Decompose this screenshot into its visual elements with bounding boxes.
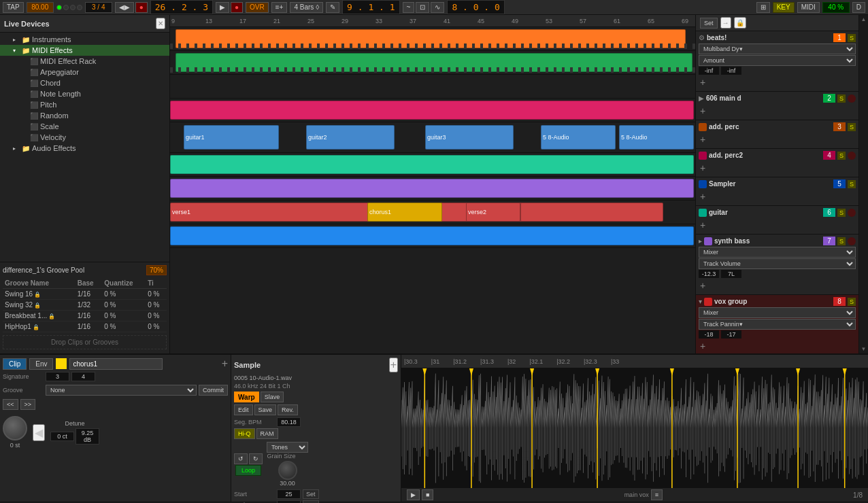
sidebar-item-audio-effects[interactable]: ▸📁Audio Effects xyxy=(0,143,169,154)
mixer-record-btn-1[interactable] xyxy=(848,94,856,103)
track-row-main-vox[interactable] xyxy=(170,224,695,248)
mixer-solo-btn-6[interactable]: S xyxy=(837,237,846,245)
time-sig-display[interactable]: 3 / 4 xyxy=(85,2,112,13)
mixer-record-btn-6[interactable] xyxy=(848,237,856,245)
clip-name-input[interactable] xyxy=(69,358,163,370)
end-set-btn[interactable]: Set xyxy=(303,500,319,503)
mixer-collapse-icon-6[interactable]: ▸ xyxy=(699,237,702,245)
tab-envelope[interactable]: Env xyxy=(29,358,53,370)
pencil-btn[interactable]: ✎ xyxy=(326,2,339,13)
reverse-btn[interactable]: ◀ xyxy=(33,424,45,441)
mixer-record-btn-3[interactable] xyxy=(848,152,856,160)
clip-5-0[interactable] xyxy=(170,155,694,173)
detune-db[interactable]: 9.25 dB xyxy=(76,428,99,445)
mixer-val2-7[interactable]: -17 xyxy=(721,330,741,339)
start-val[interactable]: 25 xyxy=(277,489,301,499)
sidebar-item-pitch[interactable]: ⬛Pitch xyxy=(0,99,169,110)
sidebar-item-arpeggiator[interactable]: ⬛Arpeggiator xyxy=(0,67,169,77)
hi-q-btn[interactable]: Hi-Q xyxy=(234,428,255,439)
track-content-6[interactable] xyxy=(170,177,695,200)
mixer-lock-btn[interactable]: 🔒 xyxy=(734,17,746,29)
position-display[interactable]: 26 . 2 . 3 xyxy=(150,0,213,14)
track-row-guitar[interactable] xyxy=(170,153,695,177)
mixer-solo-btn-3[interactable]: S xyxy=(837,152,846,160)
tree-arrow-0[interactable]: ▸ xyxy=(13,37,20,43)
tree-arrow-10[interactable]: ▸ xyxy=(13,145,20,152)
track-row-add.-perc[interactable] xyxy=(170,75,695,99)
mixer-val2-0[interactable]: -inf xyxy=(721,67,741,75)
tree-arrow-1[interactable]: ▾ xyxy=(13,48,20,54)
end-val[interactable]: 34 xyxy=(277,500,301,503)
clip-4-0[interactable]: guitar1 xyxy=(184,125,279,149)
tones-select[interactable]: Tones Texture Re-Pitch xyxy=(267,442,308,453)
mixer-track-num-3[interactable]: 4 xyxy=(823,151,835,160)
slave-btn[interactable]: Slave xyxy=(261,392,284,402)
clip-4-4[interactable]: 5 8-Audio xyxy=(619,125,694,149)
waveform-stop-btn[interactable]: ■ xyxy=(422,489,433,500)
clip-7-1[interactable]: chorus1 xyxy=(367,203,442,221)
clip-7-2[interactable]: verse2 xyxy=(466,203,520,221)
rev-btn[interactable]: Rev. xyxy=(278,404,298,415)
clip-4-2[interactable]: guitar3 xyxy=(425,125,514,149)
bars-btn[interactable]: 4 Bars ◊ xyxy=(290,2,323,13)
pin-btn[interactable]: ⊞ xyxy=(756,2,770,13)
mixer-device-select-7[interactable]: Mixer xyxy=(699,307,856,318)
tap-button[interactable]: TAP xyxy=(3,2,24,13)
mixer-track-num-2[interactable]: 3 xyxy=(833,122,846,131)
track-content-5[interactable] xyxy=(170,153,695,176)
arrange-btn-1[interactable]: ~ xyxy=(403,2,415,13)
mixer-val2-6[interactable]: 7L xyxy=(721,270,741,278)
arrange-btn-3[interactable]: ∿ xyxy=(431,2,444,13)
mixer-record-btn-5[interactable] xyxy=(848,209,856,217)
loop-btn[interactable]: Loop xyxy=(235,465,261,476)
mixer-param-select-6[interactable]: Track Volume xyxy=(699,258,856,269)
mixer-add-btn-7[interactable]: + xyxy=(699,339,707,353)
mixer-add-btn-3[interactable]: + xyxy=(699,161,707,175)
ovr-btn[interactable]: OVR xyxy=(246,2,269,13)
mixer-val1-6[interactable]: -12.3 xyxy=(699,270,719,278)
waveform-area[interactable] xyxy=(401,368,868,488)
track-row-vox-group[interactable]: verse1chorus1verse2 xyxy=(170,201,695,224)
sidebar-item-midi-effect-rack[interactable]: ⬛MIDI Effect Rack xyxy=(0,56,169,67)
mixer-solo-btn-1[interactable]: S xyxy=(837,94,846,103)
warp-btn[interactable]: Warp xyxy=(234,392,259,402)
mixer-val1-7[interactable]: -18 xyxy=(699,330,719,339)
mixer-collapse-icon-7[interactable]: ▾ xyxy=(699,298,702,305)
mixer-add-btn-2[interactable]: + xyxy=(699,133,707,146)
tab-clip[interactable]: Clip xyxy=(3,358,27,370)
mixer-param-select-7[interactable]: Track Pannin▾ xyxy=(699,319,856,330)
track-row-synth-bass[interactable] xyxy=(170,177,695,201)
mixer-add-btn-4[interactable]: + xyxy=(699,190,707,203)
track-row-606-main-d[interactable] xyxy=(170,51,695,75)
clip-prev-btn[interactable]: << xyxy=(3,399,18,410)
mixer-solo-btn-2[interactable]: S xyxy=(848,123,856,131)
sidebar-item-scale[interactable]: ⬛Scale xyxy=(0,121,169,132)
end-time-display[interactable]: 8 . 0 . 0 xyxy=(447,0,504,14)
record-btn[interactable]: ● xyxy=(135,2,148,13)
groove-row-0[interactable]: Swing 16 🔒1/160 %0 % xyxy=(3,289,167,300)
clip-4-1[interactable]: guitar2 xyxy=(306,125,395,149)
track-row-add.-perc2[interactable] xyxy=(170,99,695,122)
mixer-add-btn-0[interactable]: + xyxy=(699,75,707,89)
d-btn[interactable]: D xyxy=(852,2,865,13)
mixer-param-select-0[interactable]: Amount xyxy=(699,55,856,66)
groove-row-2[interactable]: Breakbeat 1... 🔒1/160 %0 % xyxy=(3,311,167,322)
mixer-track-num-5[interactable]: 6 xyxy=(823,208,835,217)
sidebar-item-note-length[interactable]: ⬛Note Length xyxy=(0,88,169,99)
waveform-play-btn[interactable]: ▶ xyxy=(407,489,420,500)
mixer-solo-btn-4[interactable]: S xyxy=(848,180,856,188)
loop-counter-btn1[interactable]: ↺ xyxy=(234,453,248,464)
track-content-8[interactable] xyxy=(170,224,695,247)
sidebar-item-chord[interactable]: ⬛Chord xyxy=(0,77,169,88)
detune-ct[interactable]: 0 ct xyxy=(50,432,74,441)
mixer-device-select-6[interactable]: Mixer xyxy=(699,247,856,258)
loop-counter-btn2[interactable]: ↻ xyxy=(249,453,263,464)
track-row-Sampler[interactable]: guitar1guitar2guitar35 8-Audio5 8-Audio5… xyxy=(170,122,695,153)
track-row-beats![interactable] xyxy=(170,27,695,51)
record-arm-btn[interactable]: ● xyxy=(231,2,243,13)
mixer-solo-btn-0[interactable]: S xyxy=(848,34,856,42)
sig-num[interactable]: 3 xyxy=(46,372,69,381)
sidebar-close-btn[interactable]: ✕ xyxy=(156,18,165,29)
key-btn[interactable]: KEY xyxy=(773,2,795,13)
save-btn[interactable]: Save xyxy=(254,404,277,415)
